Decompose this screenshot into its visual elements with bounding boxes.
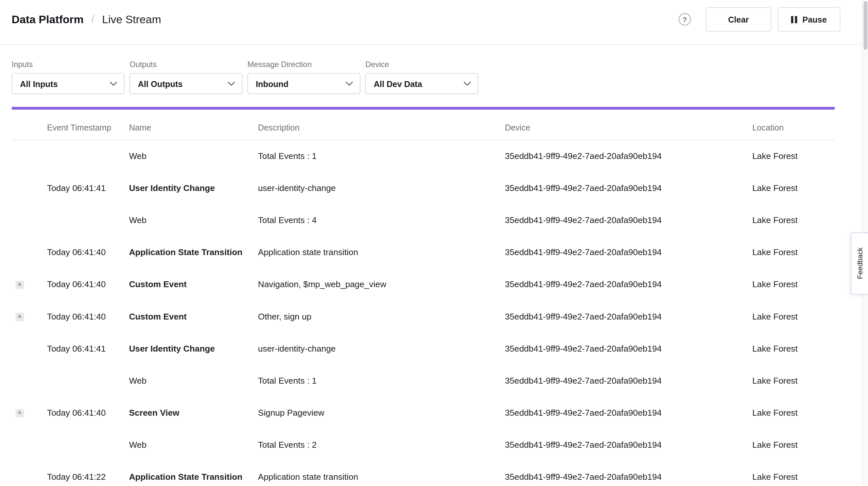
expand-plus-icon[interactable]: +	[16, 312, 24, 321]
expand-cell: +	[12, 280, 47, 288]
table-row[interactable]: +Today 06:41:40Screen ViewSignup Pagevie…	[12, 397, 835, 429]
cell-description: Total Events : 1	[258, 151, 505, 161]
expand-plus-icon[interactable]: +	[16, 280, 24, 288]
cell-name: Web	[129, 151, 258, 161]
cell-location: Lake Forest	[752, 344, 835, 354]
cell-location: Lake Forest	[752, 408, 835, 418]
table-row[interactable]: Today 06:41:22Application State Transiti…	[12, 461, 835, 486]
breadcrumb-live-stream: Live Stream	[102, 13, 161, 26]
breadcrumb-data-platform[interactable]: Data Platform	[12, 13, 84, 26]
outputs-filter-select[interactable]: All Outputs	[129, 73, 242, 94]
cell-location: Lake Forest	[752, 376, 835, 386]
inputs-filter-select[interactable]: All Inputs	[12, 73, 125, 94]
cell-name: Application State Transition	[129, 472, 258, 482]
device-filter-label: Device	[365, 60, 478, 69]
cell-timestamp: Today 06:41:41	[47, 344, 129, 354]
cell-device: 35eddb41-9ff9-49e2-7aed-20afa90eb194	[505, 440, 752, 450]
cell-location: Lake Forest	[752, 248, 835, 257]
inputs-filter-value: All Inputs	[20, 79, 58, 88]
cell-description: Total Events : 1	[258, 376, 505, 386]
feedback-tab[interactable]: Feedback	[851, 233, 868, 295]
cell-name: Application State Transition	[129, 248, 258, 257]
cell-name: Custom Event	[129, 280, 258, 290]
cell-timestamp: Today 06:41:41	[47, 183, 129, 193]
message-direction-filter-value: Inbound	[256, 79, 288, 88]
cell-timestamp: Today 06:41:22	[47, 472, 129, 482]
cell-device: 35eddb41-9ff9-49e2-7aed-20afa90eb194	[505, 408, 752, 418]
cell-name: Web	[129, 376, 258, 386]
cell-description: user-identity-change	[258, 344, 505, 354]
scrollbar-thumb[interactable]	[863, 1, 867, 50]
table-row[interactable]: WebTotal Events : 135eddb41-9ff9-49e2-7a…	[12, 140, 835, 172]
pause-button-label: Pause	[802, 15, 827, 24]
event-rows: WebTotal Events : 135eddb41-9ff9-49e2-7a…	[12, 140, 835, 486]
cell-name: Screen View	[129, 408, 258, 418]
feedback-tab-label: Feedback	[856, 248, 864, 279]
cell-location: Lake Forest	[752, 151, 835, 161]
chevron-down-icon	[345, 82, 353, 86]
cell-timestamp: Today 06:41:40	[47, 248, 129, 257]
cell-name: Web	[129, 440, 258, 450]
cell-device: 35eddb41-9ff9-49e2-7aed-20afa90eb194	[505, 151, 752, 161]
table-row[interactable]: WebTotal Events : 435eddb41-9ff9-49e2-7a…	[12, 204, 835, 237]
table-row[interactable]: Today 06:41:40Application State Transiti…	[12, 237, 835, 269]
cell-name: User Identity Change	[129, 183, 258, 193]
col-event-timestamp: Event Timestamp	[47, 123, 129, 132]
message-direction-filter-select[interactable]: Inbound	[248, 73, 361, 94]
cell-name: Web	[129, 215, 258, 225]
cell-timestamp: Today 06:41:40	[47, 408, 129, 418]
top-bar: Data Platform / Live Stream ? Clear Paus…	[0, 0, 868, 45]
cell-description: Signup Pageview	[258, 408, 505, 418]
cell-location: Lake Forest	[752, 440, 835, 450]
cell-description: Navigation, $mp_web_page_view	[258, 280, 505, 290]
breadcrumb-separator: /	[91, 13, 94, 26]
clear-button[interactable]: Clear	[706, 7, 771, 31]
inputs-filter-group: Inputs All Inputs	[12, 60, 125, 94]
expand-cell: +	[12, 409, 47, 417]
expand-plus-icon[interactable]: +	[16, 409, 24, 417]
cell-description: Total Events : 2	[258, 440, 505, 450]
cell-description: Other, sign up	[258, 312, 505, 322]
col-name: Name	[129, 123, 258, 132]
table-row[interactable]: WebTotal Events : 135eddb41-9ff9-49e2-7a…	[12, 365, 835, 397]
message-direction-filter-label: Message Direction	[248, 60, 361, 69]
message-direction-filter-group: Message Direction Inbound	[248, 60, 361, 94]
stream-activity-bar	[12, 107, 835, 110]
cell-device: 35eddb41-9ff9-49e2-7aed-20afa90eb194	[505, 215, 752, 225]
cell-timestamp: Today 06:41:40	[47, 312, 129, 322]
filter-bar: Inputs All Inputs Outputs All Outputs Me…	[0, 45, 868, 94]
outputs-filter-group: Outputs All Outputs	[129, 60, 242, 94]
cell-location: Lake Forest	[752, 312, 835, 322]
events-table: Event Timestamp Name Description Device …	[12, 110, 835, 486]
chevron-down-icon	[463, 82, 471, 86]
cell-location: Lake Forest	[752, 215, 835, 225]
table-row[interactable]: WebTotal Events : 235eddb41-9ff9-49e2-7a…	[12, 429, 835, 461]
help-icon[interactable]: ?	[679, 13, 691, 26]
cell-name: Custom Event	[129, 312, 258, 322]
top-actions: ? Clear Pause	[679, 7, 840, 31]
cell-description: Application state transition	[258, 472, 505, 482]
outputs-filter-label: Outputs	[129, 60, 242, 69]
inputs-filter-label: Inputs	[12, 60, 125, 69]
pause-button[interactable]: Pause	[778, 7, 840, 31]
device-filter-select[interactable]: All Dev Data	[365, 73, 478, 94]
device-filter-group: Device All Dev Data	[365, 60, 478, 94]
table-row[interactable]: +Today 06:41:40Custom EventNavigation, $…	[12, 269, 835, 301]
cell-device: 35eddb41-9ff9-49e2-7aed-20afa90eb194	[505, 248, 752, 257]
expand-cell: +	[12, 312, 47, 321]
col-location: Location	[752, 123, 835, 132]
cell-device: 35eddb41-9ff9-49e2-7aed-20afa90eb194	[505, 280, 752, 290]
cell-device: 35eddb41-9ff9-49e2-7aed-20afa90eb194	[505, 472, 752, 482]
table-row[interactable]: +Today 06:41:40Custom EventOther, sign u…	[12, 301, 835, 333]
cell-description: user-identity-change	[258, 183, 505, 193]
cell-location: Lake Forest	[752, 472, 835, 482]
cell-description: Application state transition	[258, 248, 505, 257]
breadcrumb: Data Platform / Live Stream	[12, 13, 161, 26]
outputs-filter-value: All Outputs	[138, 79, 183, 88]
table-row[interactable]: Today 06:41:41User Identity Changeuser-i…	[12, 333, 835, 365]
cell-description: Total Events : 4	[258, 215, 505, 225]
cell-name: User Identity Change	[129, 344, 258, 354]
pause-icon	[791, 16, 797, 23]
table-row[interactable]: Today 06:41:41User Identity Changeuser-i…	[12, 172, 835, 204]
cell-device: 35eddb41-9ff9-49e2-7aed-20afa90eb194	[505, 344, 752, 354]
